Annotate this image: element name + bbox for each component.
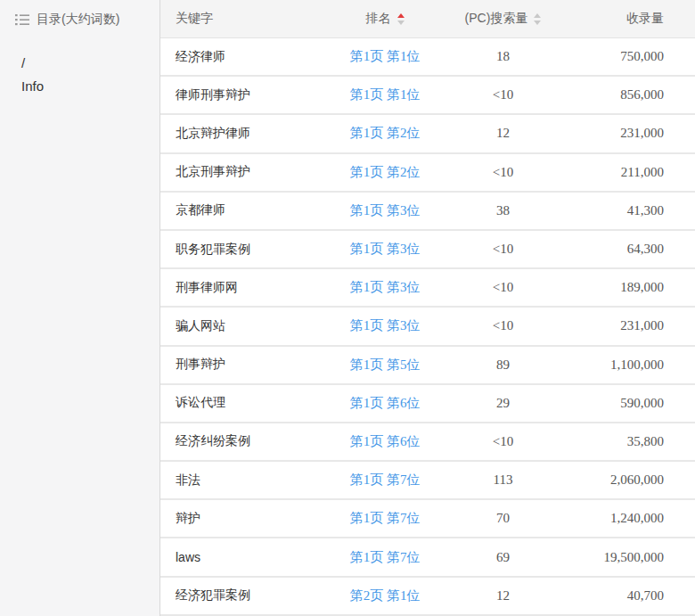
index-count-cell: 19,500,000 (554, 550, 695, 565)
table-row: 北京辩护律师 第1页 第2位 12 231,000 (160, 115, 695, 153)
table-row: 诉讼代理 第1页 第6位 29 590,000 (160, 385, 695, 423)
sort-arrows-icon[interactable] (534, 13, 541, 25)
rank-cell: 第2页 第1位 (318, 587, 452, 604)
keyword-cell: 职务犯罪案例 (160, 242, 318, 258)
keyword-rank-table: 关键字 排名 (PC)搜索量 收录量 经济律师 第1页 第1位 18 750,0… (160, 0, 695, 616)
search-volume-cell: <10 (452, 318, 554, 333)
table-row: 职务犯罪案例 第1页 第3位 <10 64,300 (160, 231, 695, 269)
rank-cell: 第1页 第3位 (318, 317, 452, 334)
index-count-cell: 1,240,000 (554, 511, 695, 526)
keyword-cell: 骗人网站 (160, 318, 318, 334)
search-volume-cell: 89 (452, 357, 554, 373)
column-header-search-volume[interactable]: (PC)搜索量 (452, 11, 554, 27)
table-row: 经济律师 第1页 第1位 18 750,000 (160, 38, 695, 77)
search-volume-cell: 69 (452, 550, 554, 565)
keyword-cell: laws (160, 550, 318, 564)
directory-header: 目录(大约词数) (0, 0, 159, 38)
directory-list: / Info (0, 38, 159, 97)
rank-link[interactable]: 第1页 第1位 (350, 48, 421, 65)
sort-asc-icon[interactable] (397, 13, 405, 18)
rank-link[interactable]: 第1页 第3位 (350, 241, 421, 258)
search-volume-cell: 38 (452, 203, 554, 218)
keyword-cell: 经济犯罪案例 (160, 587, 318, 604)
rank-link[interactable]: 第1页 第7位 (350, 510, 421, 527)
search-volume-cell: <10 (452, 165, 554, 180)
search-volume-cell: 12 (452, 126, 554, 141)
rank-cell: 第1页 第3位 (318, 202, 452, 219)
sort-desc-icon[interactable] (534, 21, 541, 25)
rank-cell: 第1页 第5位 (318, 357, 452, 374)
index-count-cell: 1,100,000 (554, 357, 695, 373)
index-count-cell: 211,000 (554, 165, 695, 180)
keyword-cell: 非法 (160, 472, 318, 489)
table-row: 经济犯罪案例 第2页 第1位 12 40,700 (160, 578, 695, 616)
index-count-cell: 856,000 (554, 87, 695, 103)
column-label: 排名 (366, 11, 391, 27)
keyword-cell: 经济律师 (160, 49, 318, 65)
column-header-rank[interactable]: 排名 (318, 11, 452, 27)
sort-arrows-icon[interactable] (397, 13, 405, 25)
rank-link[interactable]: 第1页 第7位 (350, 472, 421, 489)
search-volume-cell: 12 (452, 588, 554, 604)
column-label: (PC)搜索量 (465, 11, 528, 27)
search-volume-cell: <10 (452, 87, 554, 103)
table-row: 经济纠纷案例 第1页 第6位 <10 35,800 (160, 423, 695, 462)
rank-cell: 第1页 第7位 (318, 510, 452, 527)
table-row: 京都律师 第1页 第3位 38 41,300 (160, 193, 695, 231)
search-volume-cell: 113 (452, 472, 554, 488)
rank-link[interactable]: 第1页 第6位 (350, 433, 421, 450)
sidebar-item-info[interactable]: Info (21, 76, 159, 97)
keyword-cell: 京都律师 (160, 202, 318, 218)
table-body: 经济律师 第1页 第1位 18 750,000 律师刑事辩护 第1页 第1位 <… (160, 38, 695, 616)
keyword-cell: 诉讼代理 (160, 395, 318, 411)
search-volume-cell: 29 (452, 396, 554, 411)
search-volume-cell: 18 (452, 49, 554, 64)
search-volume-cell: <10 (452, 434, 554, 449)
list-icon (15, 13, 29, 26)
sort-asc-icon[interactable] (534, 13, 541, 18)
rank-link[interactable]: 第1页 第3位 (350, 202, 421, 219)
rank-cell: 第1页 第1位 (318, 48, 452, 65)
keyword-cell: 刑事律师网 (160, 280, 318, 296)
table-row: 辩护 第1页 第7位 70 1,240,000 (160, 500, 695, 538)
rank-link[interactable]: 第1页 第5位 (350, 357, 421, 374)
column-label: 收录量 (626, 11, 664, 27)
directory-title: 目录(大约词数) (37, 12, 119, 28)
rank-link[interactable]: 第1页 第1位 (350, 86, 421, 103)
index-count-cell: 231,000 (554, 126, 695, 141)
index-count-cell: 231,000 (554, 318, 695, 333)
index-count-cell: 64,300 (554, 242, 695, 257)
rank-cell: 第1页 第3位 (318, 279, 452, 296)
rank-cell: 第1页 第2位 (318, 125, 452, 142)
rank-cell: 第1页 第3位 (318, 241, 452, 258)
keyword-cell: 北京刑事辩护 (160, 164, 318, 180)
rank-link[interactable]: 第1页 第7位 (350, 549, 421, 566)
keyword-cell: 辩护 (160, 511, 318, 527)
search-volume-cell: 70 (452, 511, 554, 526)
table-row: 骗人网站 第1页 第3位 <10 231,000 (160, 308, 695, 346)
search-volume-cell: <10 (452, 280, 554, 295)
index-count-cell: 2,060,000 (554, 472, 695, 488)
rank-cell: 第1页 第2位 (318, 164, 452, 181)
sidebar-item-root[interactable]: / (21, 53, 159, 74)
rank-link[interactable]: 第1页 第2位 (350, 125, 421, 142)
column-header-keyword: 关键字 (160, 11, 318, 27)
column-header-index-count: 收录量 (554, 11, 695, 27)
table-row: 北京刑事辩护 第1页 第2位 <10 211,000 (160, 154, 695, 193)
rank-link[interactable]: 第2页 第1位 (350, 587, 421, 604)
keyword-cell: 刑事辩护 (160, 357, 318, 373)
index-count-cell: 750,000 (554, 49, 695, 64)
table-header-row: 关键字 排名 (PC)搜索量 收录量 (160, 0, 695, 38)
rank-link[interactable]: 第1页 第3位 (350, 279, 421, 296)
keyword-cell: 经济纠纷案例 (160, 433, 318, 449)
rank-link[interactable]: 第1页 第2位 (350, 164, 421, 181)
sort-desc-icon[interactable] (397, 21, 405, 25)
index-count-cell: 35,800 (554, 434, 695, 449)
index-count-cell: 590,000 (554, 396, 695, 411)
keyword-cell: 北京辩护律师 (160, 126, 318, 142)
column-label: 关键字 (176, 11, 213, 27)
seo-keyword-rank-widget: 目录(大约词数) / Info 关键字 排名 (PC)搜索量 收录量 经济律 (0, 0, 695, 616)
index-count-cell: 189,000 (554, 280, 695, 295)
rank-link[interactable]: 第1页 第6位 (350, 395, 421, 412)
rank-link[interactable]: 第1页 第3位 (350, 317, 421, 334)
